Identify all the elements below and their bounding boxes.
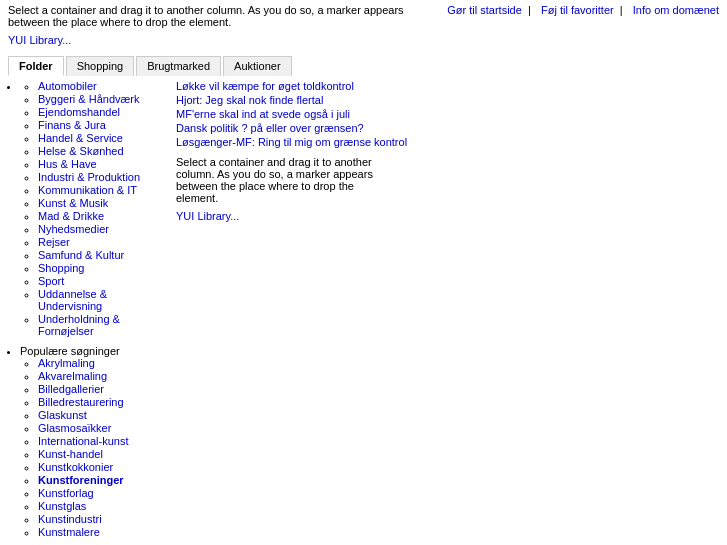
pop-kunstforlag[interactable]: Kunstforlag: [38, 487, 94, 499]
list-item: Industri & Produktion: [38, 171, 160, 183]
categories-list: Automobiler Byggeri & Håndværk Ejendomsh…: [8, 80, 160, 337]
cat-underholdning[interactable]: Underholdning & Fornøjelser: [38, 313, 120, 337]
cat-kommunikation[interactable]: Kommunikation & IT: [38, 184, 137, 196]
list-item: Kunst & Musik: [38, 197, 160, 209]
list-item: Samfund & Kultur: [38, 249, 160, 261]
list-item: International-kunst: [38, 435, 160, 447]
nav-doma-net[interactable]: Info om domænet: [633, 4, 719, 16]
news-item-4[interactable]: Løsgænger-MF: Ring til mig om grænse kon…: [176, 136, 719, 148]
cat-handel[interactable]: Handel & Service: [38, 132, 123, 144]
cat-kunst[interactable]: Kunst & Musik: [38, 197, 108, 209]
cat-samfund[interactable]: Samfund & Kultur: [38, 249, 124, 261]
pop-kunstglas[interactable]: Kunstglas: [38, 500, 86, 512]
pop-glaskunst[interactable]: Glaskunst: [38, 409, 87, 421]
list-item: Glasmosaïkker: [38, 422, 160, 434]
tabs-container: Folder Shopping Brugtmarked Auktioner: [0, 56, 727, 76]
cat-industri[interactable]: Industri & Produktion: [38, 171, 140, 183]
list-item: Kunst-handel: [38, 448, 160, 460]
cat-nyhedsmedier[interactable]: Nyhedsmedier: [38, 223, 109, 235]
popular-searches-list: Populære søgninger Akrylmaling Akvarelma…: [8, 345, 160, 538]
list-item: Kunstglas: [38, 500, 160, 512]
pop-akvarelmaling[interactable]: Akvarelmaling: [38, 370, 107, 382]
list-item: Automobiler: [38, 80, 160, 92]
list-item: Handel & Service: [38, 132, 160, 144]
list-item: Kunstindustri: [38, 513, 160, 525]
popular-searches-header: Populære søgninger: [20, 345, 120, 357]
cat-automobiler[interactable]: Automobiler: [38, 80, 97, 92]
nav-startside[interactable]: Gør til startside: [447, 4, 522, 16]
instruction-text: Select a container and drag it to anothe…: [8, 4, 443, 28]
nav-favoritter[interactable]: Føj til favoritter: [541, 4, 614, 16]
list-item: Kunstforeninger: [38, 474, 160, 486]
tab-folder[interactable]: Folder: [8, 56, 64, 76]
list-item: Akrylmaling: [38, 357, 160, 369]
list-item: Nyhedsmedier: [38, 223, 160, 235]
list-item: Mad & Drikke: [38, 210, 160, 222]
right-column: Løkke vil kæmpe for øget toldkontrol Hjo…: [168, 80, 719, 540]
list-item: Hus & Have: [38, 158, 160, 170]
cat-rejser[interactable]: Rejser: [38, 236, 70, 248]
news-links-container: Løkke vil kæmpe for øget toldkontrol Hjo…: [176, 80, 719, 148]
list-item: Byggeri & Håndværk: [38, 93, 160, 105]
list-item: Uddannelse & Undervisning: [38, 288, 160, 312]
main-content: Automobiler Byggeri & Håndværk Ejendomsh…: [0, 76, 727, 544]
dnd-description: Select a container and drag it to anothe…: [176, 156, 376, 222]
pop-kunstkokkonier[interactable]: Kunstkokkonier: [38, 461, 113, 473]
cat-sport[interactable]: Sport: [38, 275, 64, 287]
top-bar: Select a container and drag it to anothe…: [0, 0, 727, 32]
cat-shopping[interactable]: Shopping: [38, 262, 85, 274]
news-item-1[interactable]: Hjort: Jeg skal nok finde flertal: [176, 94, 719, 106]
list-item: Kunstkokkonier: [38, 461, 160, 473]
pop-akrylmaling[interactable]: Akrylmaling: [38, 357, 95, 369]
list-item: Glaskunst: [38, 409, 160, 421]
pop-international-kunst[interactable]: International-kunst: [38, 435, 129, 447]
categories-subitems: Automobiler Byggeri & Håndværk Ejendomsh…: [20, 80, 160, 337]
popular-searches-subitems: Akrylmaling Akvarelmaling Billedgallerie…: [20, 357, 160, 538]
news-item-2[interactable]: MF'erne skal ind at svede også i juli: [176, 108, 719, 120]
categories-section: Automobiler Byggeri & Håndværk Ejendomsh…: [20, 80, 160, 337]
yui-link-container: YUI Library...: [0, 32, 727, 52]
pop-kunstindustri[interactable]: Kunstindustri: [38, 513, 102, 525]
pop-kunst-handel[interactable]: Kunst-handel: [38, 448, 103, 460]
cat-hus[interactable]: Hus & Have: [38, 158, 97, 170]
dnd-yui-link[interactable]: YUI Library...: [176, 210, 239, 222]
pop-kunstmalere[interactable]: Kunstmalere: [38, 526, 100, 538]
news-item-0[interactable]: Løkke vil kæmpe for øget toldkontrol: [176, 80, 719, 92]
list-item: Billedgallerier: [38, 383, 160, 395]
list-item: Kunstmalere: [38, 526, 160, 538]
pop-kunstforeninger[interactable]: Kunstforeninger: [38, 474, 124, 486]
cat-byggeri[interactable]: Byggeri & Håndværk: [38, 93, 140, 105]
yui-library-link[interactable]: YUI Library...: [8, 34, 71, 46]
list-item: Rejser: [38, 236, 160, 248]
cat-uddannelse[interactable]: Uddannelse & Undervisning: [38, 288, 107, 312]
cat-helse[interactable]: Helse & Skønhed: [38, 145, 124, 157]
pop-billedgallerier[interactable]: Billedgallerier: [38, 383, 104, 395]
list-item: Billedrestaurering: [38, 396, 160, 408]
tab-brugtmarked[interactable]: Brugtmarked: [136, 56, 221, 76]
tab-shopping[interactable]: Shopping: [66, 56, 135, 76]
cat-mad[interactable]: Mad & Drikke: [38, 210, 104, 222]
list-item: Shopping: [38, 262, 160, 274]
list-item: Sport: [38, 275, 160, 287]
pop-billedrestaurering[interactable]: Billedrestaurering: [38, 396, 124, 408]
news-item-3[interactable]: Dansk politik ? på eller over grænsen?: [176, 122, 719, 134]
left-column: Automobiler Byggeri & Håndværk Ejendomsh…: [8, 80, 168, 540]
nav-links: Gør til startside | Føj til favoritter |…: [443, 4, 719, 16]
list-item: Finans & Jura: [38, 119, 160, 131]
list-item: Underholdning & Fornøjelser: [38, 313, 160, 337]
list-item: Kommunikation & IT: [38, 184, 160, 196]
cat-ejendoms[interactable]: Ejendomshandel: [38, 106, 120, 118]
list-item: Kunstforlag: [38, 487, 160, 499]
popular-searches-section: Populære søgninger Akrylmaling Akvarelma…: [20, 345, 160, 538]
pop-glasmosaik[interactable]: Glasmosaïkker: [38, 422, 111, 434]
cat-finans[interactable]: Finans & Jura: [38, 119, 106, 131]
tab-auktioner[interactable]: Auktioner: [223, 56, 291, 76]
list-item: Ejendomshandel: [38, 106, 160, 118]
list-item: Helse & Skønhed: [38, 145, 160, 157]
list-item: Akvarelmaling: [38, 370, 160, 382]
